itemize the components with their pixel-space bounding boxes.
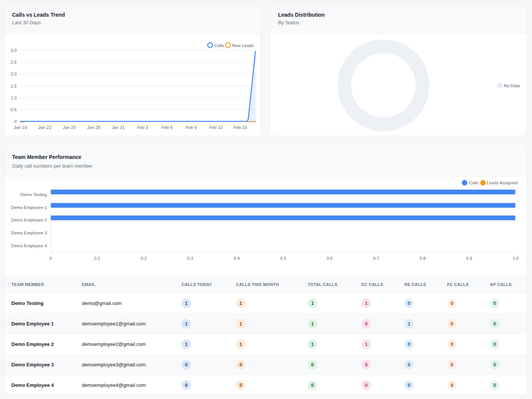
svg-text:2.0: 2.0 [11,72,17,76]
svg-text:Calls: Calls [469,181,479,185]
svg-text:0.6: 0.6 [327,256,333,261]
svg-text:Jan 22: Jan 22 [38,125,52,130]
svg-text:1.0: 1.0 [513,256,519,261]
svg-text:1.5: 1.5 [11,84,17,88]
svg-text:0.1: 0.1 [94,256,100,261]
svg-text:0.8: 0.8 [419,256,426,261]
svg-text:Feb 9: Feb 9 [186,125,197,130]
svg-text:1.0: 1.0 [11,96,17,100]
svg-text:Jan 19: Jan 19 [14,125,27,130]
svg-text:0.4: 0.4 [234,256,240,261]
svg-text:Feb 12: Feb 12 [209,125,223,130]
svg-text:Feb 6: Feb 6 [161,125,172,130]
svg-text:0: 0 [50,256,52,261]
svg-text:New Leads: New Leads [232,43,254,48]
svg-text:Jan 28: Jan 28 [87,125,100,130]
svg-text:Demo Employee 2: Demo Employee 2 [11,218,47,222]
svg-text:Feb 15: Feb 15 [233,125,247,130]
svg-text:Leads Assigned: Leads Assigned [487,181,517,185]
svg-text:0.9: 0.9 [466,256,472,261]
svg-text:Demo Employee 3: Demo Employee 3 [11,231,47,235]
svg-text:Feb 3: Feb 3 [137,125,148,130]
svg-text:0: 0 [14,119,17,124]
svg-text:Jan 25: Jan 25 [63,125,76,130]
svg-text:0.3: 0.3 [187,256,193,261]
svg-text:0.7: 0.7 [373,256,379,261]
svg-text:0.5: 0.5 [11,107,17,112]
svg-text:Demo Employee 4: Demo Employee 4 [11,243,47,248]
svg-text:Demo Testing: Demo Testing [20,192,47,197]
svg-text:No Data: No Data [504,83,520,88]
svg-text:Calls: Calls [214,43,224,48]
svg-text:Demo Employee 1: Demo Employee 1 [11,205,47,210]
svg-text:Jan 31: Jan 31 [112,125,125,130]
svg-text:0.2: 0.2 [141,256,147,261]
svg-text:2.5: 2.5 [11,60,17,64]
svg-text:3.0: 3.0 [11,48,17,53]
svg-text:0.5: 0.5 [280,256,286,261]
